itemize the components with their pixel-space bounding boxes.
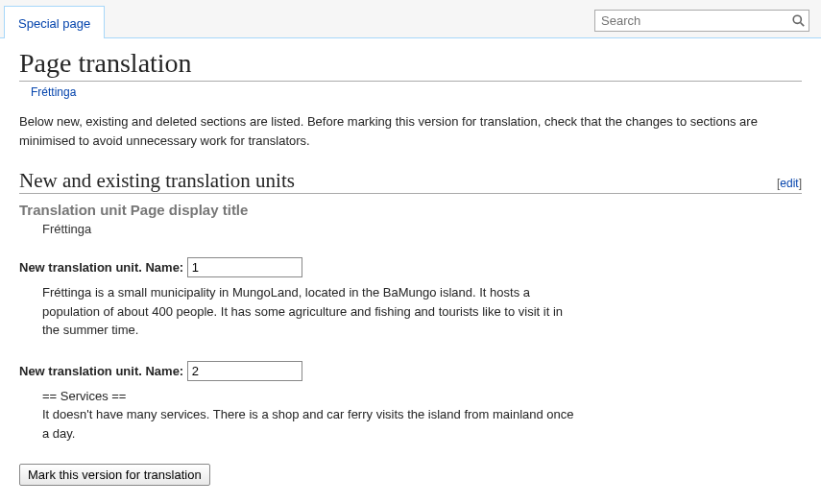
search-input[interactable] xyxy=(595,12,787,30)
new-unit-row: New translation unit. Name: xyxy=(19,361,802,381)
section-header: New and existing translation units [edit… xyxy=(19,169,802,194)
search-icon[interactable] xyxy=(787,14,809,27)
display-title-unit-value: Fréttinga xyxy=(42,222,802,236)
top-bar: Special page xyxy=(0,0,821,38)
new-unit-label: New translation unit. Name: xyxy=(19,260,183,275)
intro-text: Below new, existing and deleted sections… xyxy=(19,112,802,150)
unit-content-1: Fréttinga is a small municipality in Mun… xyxy=(42,283,580,340)
new-unit-row: New translation unit. Name: xyxy=(19,257,802,277)
section-heading: New and existing translation units xyxy=(19,169,295,193)
page-title: Page translation xyxy=(19,48,802,82)
unit-name-input-2[interactable] xyxy=(187,361,302,381)
svg-point-0 xyxy=(793,15,801,23)
edit-link[interactable]: edit xyxy=(780,177,798,190)
display-title-unit-label: Translation unit Page display title xyxy=(19,202,802,218)
edit-section: [edit] xyxy=(777,177,802,190)
page-subtitle-link[interactable]: Fréttinga xyxy=(31,85,802,99)
mark-for-translation-button[interactable]: Mark this version for translation xyxy=(19,464,210,486)
search-box[interactable] xyxy=(594,10,809,32)
unit-name-input-1[interactable] xyxy=(187,257,302,277)
new-unit-label: New translation unit. Name: xyxy=(19,364,183,378)
content-area: Page translation Fréttinga Below new, ex… xyxy=(0,38,821,504)
tab-special-page[interactable]: Special page xyxy=(4,6,105,38)
unit-content-2: == Services ==It doesn't have many servi… xyxy=(42,387,580,444)
svg-line-1 xyxy=(800,23,804,27)
